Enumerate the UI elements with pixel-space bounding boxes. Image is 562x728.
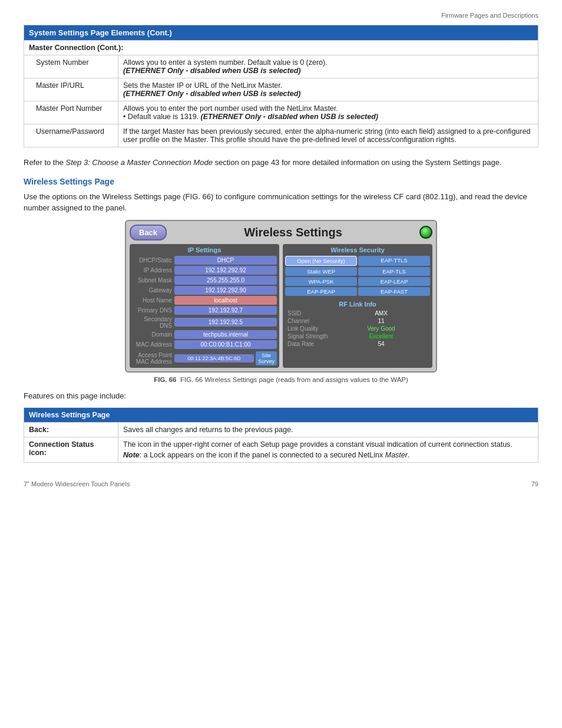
- intro-text: Use the options on the Wireless Settings…: [24, 191, 538, 214]
- row-desc: If the target Master has been previously…: [118, 124, 538, 147]
- row-desc: Allows you to enter a system number. Def…: [118, 55, 538, 78]
- table-row: Master IP/URL Sets the Master IP or URL …: [24, 78, 538, 101]
- sec-btn-eap-peap[interactable]: EAP-PEAP: [285, 287, 357, 296]
- table-header-row: System Settings Page Elements (Cont.): [24, 25, 538, 41]
- system-settings-table: System Settings Page Elements (Cont.) Ma…: [24, 25, 538, 147]
- table-title: System Settings Page Elements (Cont.): [24, 25, 538, 41]
- row-desc: Allows you to enter the port number used…: [118, 101, 538, 124]
- ip-row-primary-dns: Primary DNS 192.192.92.7: [132, 306, 277, 315]
- wireless-settings-mockup: Back Wireless Settings IP Settings DHCP/…: [125, 220, 437, 373]
- features-table: Wireless Settings Page Back: Saves all c…: [24, 407, 538, 463]
- header-text: Firmware Pages and Descriptions: [441, 12, 538, 19]
- rf-link-title: RF Link Info: [287, 301, 428, 308]
- ip-row-secondary-dns: Secondary DNS 192.192.92.5: [132, 316, 277, 329]
- features-text: Features on this page include:: [24, 390, 538, 402]
- ip-row-domain: Domain techpubs.internal: [132, 330, 277, 339]
- sec-btn-static-wep[interactable]: Static WEP: [285, 267, 357, 276]
- features-desc-back: Saves all changes and returns to the pre…: [118, 423, 538, 437]
- back-button[interactable]: Back: [130, 225, 167, 241]
- rf-row-link-quality: Link Quality Very Good: [287, 325, 428, 332]
- ip-row-gateway: Gateway 192.192.292.90: [132, 286, 277, 295]
- refer-text: Refer to the Step 3: Choose a Master Con…: [24, 157, 538, 169]
- ip-row-mac: MAC Address 00:C0:00:B1:C1:00: [132, 340, 277, 349]
- table-row: Master Port Number Allows you to enter t…: [24, 101, 538, 124]
- wireless-security-title: Wireless Security: [285, 246, 430, 253]
- footer-right: 79: [531, 480, 538, 487]
- sec-btn-eap-leap[interactable]: EAP-LEAP: [358, 277, 430, 286]
- features-desc-connection: The icon in the upper-right corner of ea…: [118, 437, 538, 463]
- rf-row-channel: Channel 11: [287, 318, 428, 324]
- row-label: System Number: [24, 55, 118, 78]
- mockup-titlebar: Back Wireless Settings: [130, 225, 432, 241]
- features-label-connection: Connection Status icon:: [24, 437, 118, 463]
- sec-btn-wpa-psk[interactable]: WPA-PSK: [285, 277, 357, 286]
- footer-left: 7" Modero Widescreen Touch Panels: [24, 480, 130, 487]
- ip-settings-panel: IP Settings DHCP/Static DHCP IP Address …: [130, 244, 279, 368]
- site-survey-button[interactable]: SiteSurvey: [256, 351, 277, 365]
- features-header-row: Wireless Settings Page: [24, 408, 538, 423]
- row-label: Master IP/URL: [24, 78, 118, 101]
- features-table-title: Wireless Settings Page: [24, 408, 538, 423]
- rf-row-ssid: SSID AMX: [287, 310, 428, 317]
- rf-row-data-rate: Data Rate 54: [287, 341, 428, 347]
- wireless-security-panel: Wireless Security Open (No Security) EAP…: [283, 244, 432, 368]
- row-desc: Sets the Master IP or URL of the NetLinx…: [118, 78, 538, 101]
- fig-caption: FIG. 66 FIG. 66 Wireless Settings page (…: [24, 376, 538, 383]
- section-heading: Wireless Settings Page: [24, 177, 538, 186]
- connection-status-icon: [419, 226, 432, 239]
- features-label-back: Back:: [24, 423, 118, 437]
- table-subheader-row: Master Connection (Cont.):: [24, 41, 538, 55]
- table-subheader: Master Connection (Cont.):: [24, 41, 538, 55]
- features-row-back: Back: Saves all changes and returns to t…: [24, 423, 538, 437]
- sec-btn-eap-tls[interactable]: EAP-TLS: [358, 267, 430, 276]
- row-label: Master Port Number: [24, 101, 118, 124]
- page-header: Firmware Pages and Descriptions: [24, 12, 538, 19]
- ip-settings-title: IP Settings: [132, 246, 277, 253]
- security-buttons-grid: Open (No Security) EAP-TTLS Static WEP E…: [285, 256, 430, 296]
- table-row: System Number Allows you to enter a syst…: [24, 55, 538, 78]
- mockup-title: Wireless Settings: [167, 226, 419, 239]
- mockup-panels: IP Settings DHCP/Static DHCP IP Address …: [130, 244, 432, 368]
- features-row-connection-status: Connection Status icon: The icon in the …: [24, 437, 538, 463]
- ip-row-dhcp: DHCP/Static DHCP: [132, 256, 277, 265]
- sec-btn-eap-fast[interactable]: EAP-FAST: [358, 287, 430, 296]
- table-row: Username/Password If the target Master h…: [24, 124, 538, 147]
- sec-btn-open[interactable]: Open (No Security): [285, 256, 357, 266]
- row-label: Username/Password: [24, 124, 118, 147]
- access-point-row: Access Point MAC Address 00:11:22:3A:4B:…: [132, 351, 277, 365]
- ip-row-subnet: Subnet Mask 255.255.255.0: [132, 276, 277, 285]
- sec-btn-eap-ttls[interactable]: EAP-TTLS: [358, 256, 430, 266]
- rf-link-info-section: RF Link Info SSID AMX Channel 11 Link Qu…: [285, 298, 430, 351]
- ip-row-address: IP Address 192.192.292.92: [132, 266, 277, 275]
- page-footer: 7" Modero Widescreen Touch Panels 79: [24, 480, 538, 487]
- ip-row-hostname: Host Name localhost: [132, 296, 277, 305]
- rf-row-signal-strength: Signal Strength Excellent: [287, 333, 428, 340]
